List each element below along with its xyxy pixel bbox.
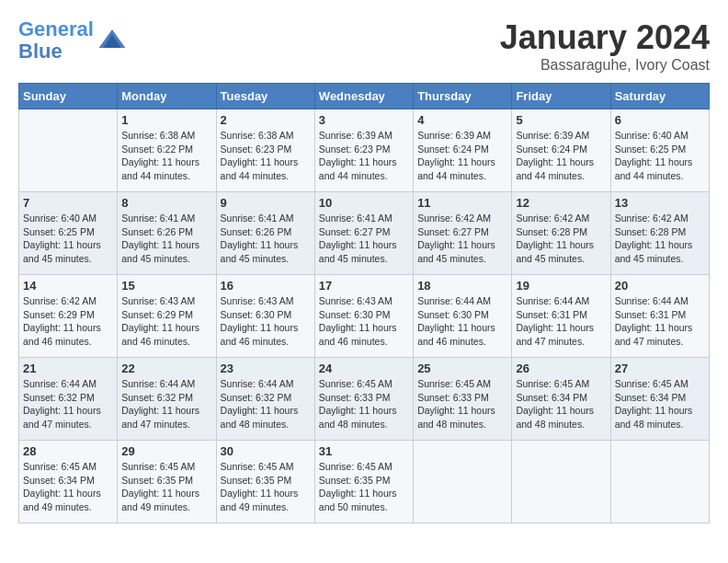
calendar-cell bbox=[414, 441, 512, 523]
calendar-cell: 10Sunrise: 6:41 AMSunset: 6:27 PMDayligh… bbox=[314, 192, 413, 275]
month-title: January 2024 bbox=[500, 18, 710, 57]
day-number: 7 bbox=[23, 196, 113, 210]
calendar-week-row: 7Sunrise: 6:40 AMSunset: 6:25 PMDaylight… bbox=[19, 192, 710, 275]
day-info: Sunrise: 6:45 AMSunset: 6:33 PMDaylight:… bbox=[417, 377, 507, 431]
day-info: Sunrise: 6:45 AMSunset: 6:35 PMDaylight:… bbox=[319, 460, 409, 514]
logo-icon bbox=[97, 26, 127, 55]
day-number: 6 bbox=[615, 113, 705, 127]
calendar-cell: 1Sunrise: 6:38 AMSunset: 6:22 PMDaylight… bbox=[118, 109, 216, 192]
calendar-cell: 21Sunrise: 6:44 AMSunset: 6:32 PMDayligh… bbox=[19, 358, 118, 441]
calendar-cell: 8Sunrise: 6:41 AMSunset: 6:26 PMDaylight… bbox=[118, 192, 216, 275]
calendar-cell: 2Sunrise: 6:38 AMSunset: 6:23 PMDaylight… bbox=[216, 109, 314, 192]
day-number: 5 bbox=[516, 113, 606, 127]
day-info: Sunrise: 6:41 AMSunset: 6:26 PMDaylight:… bbox=[221, 212, 311, 266]
day-info: Sunrise: 6:41 AMSunset: 6:26 PMDaylight:… bbox=[121, 212, 211, 266]
day-number: 24 bbox=[319, 362, 409, 375]
weekday-header: Friday bbox=[512, 84, 610, 109]
day-number: 3 bbox=[319, 113, 409, 127]
day-info: Sunrise: 6:44 AMSunset: 6:32 PMDaylight:… bbox=[221, 377, 311, 431]
weekday-header: Monday bbox=[118, 84, 216, 109]
calendar-cell: 27Sunrise: 6:45 AMSunset: 6:34 PMDayligh… bbox=[610, 358, 709, 441]
day-info: Sunrise: 6:45 AMSunset: 6:34 PMDaylight:… bbox=[516, 377, 606, 431]
day-info: Sunrise: 6:44 AMSunset: 6:31 PMDaylight:… bbox=[615, 294, 705, 349]
calendar-cell: 23Sunrise: 6:44 AMSunset: 6:32 PMDayligh… bbox=[216, 358, 314, 441]
day-number: 8 bbox=[121, 196, 211, 210]
weekday-row: SundayMondayTuesdayWednesdayThursdayFrid… bbox=[19, 84, 710, 109]
calendar-body: 1Sunrise: 6:38 AMSunset: 6:22 PMDaylight… bbox=[19, 109, 710, 523]
calendar-cell: 22Sunrise: 6:44 AMSunset: 6:32 PMDayligh… bbox=[118, 358, 216, 441]
calendar-cell: 15Sunrise: 6:43 AMSunset: 6:29 PMDayligh… bbox=[118, 275, 216, 358]
calendar-cell: 29Sunrise: 6:45 AMSunset: 6:35 PMDayligh… bbox=[118, 441, 216, 523]
day-info: Sunrise: 6:42 AMSunset: 6:29 PMDaylight:… bbox=[23, 294, 113, 349]
calendar-cell bbox=[19, 109, 118, 192]
day-info: Sunrise: 6:45 AMSunset: 6:35 PMDaylight:… bbox=[221, 460, 311, 514]
day-number: 25 bbox=[417, 362, 507, 375]
day-number: 22 bbox=[121, 362, 211, 375]
calendar-cell: 5Sunrise: 6:39 AMSunset: 6:24 PMDaylight… bbox=[512, 109, 610, 192]
day-number: 15 bbox=[121, 279, 211, 293]
day-number: 31 bbox=[319, 444, 409, 458]
calendar-cell: 13Sunrise: 6:42 AMSunset: 6:28 PMDayligh… bbox=[610, 192, 709, 275]
calendar-table: SundayMondayTuesdayWednesdayThursdayFrid… bbox=[18, 83, 710, 523]
day-info: Sunrise: 6:38 AMSunset: 6:23 PMDaylight:… bbox=[221, 129, 311, 183]
day-number: 4 bbox=[417, 113, 507, 127]
calendar-cell: 17Sunrise: 6:43 AMSunset: 6:30 PMDayligh… bbox=[314, 275, 413, 358]
calendar-cell: 31Sunrise: 6:45 AMSunset: 6:35 PMDayligh… bbox=[314, 441, 413, 523]
calendar-cell bbox=[610, 441, 709, 523]
weekday-header: Wednesday bbox=[314, 84, 413, 109]
day-info: Sunrise: 6:45 AMSunset: 6:33 PMDaylight:… bbox=[319, 377, 409, 431]
day-number: 9 bbox=[221, 196, 311, 210]
calendar-cell: 9Sunrise: 6:41 AMSunset: 6:26 PMDaylight… bbox=[216, 192, 314, 275]
weekday-header: Saturday bbox=[610, 84, 709, 109]
day-number: 27 bbox=[615, 362, 705, 375]
day-number: 19 bbox=[516, 279, 606, 293]
day-number: 16 bbox=[221, 279, 311, 293]
calendar-cell: 19Sunrise: 6:44 AMSunset: 6:31 PMDayligh… bbox=[512, 275, 610, 358]
day-info: Sunrise: 6:43 AMSunset: 6:29 PMDaylight:… bbox=[121, 294, 211, 349]
day-info: Sunrise: 6:45 AMSunset: 6:34 PMDaylight:… bbox=[23, 460, 113, 514]
logo: GeneralBlue bbox=[18, 18, 127, 63]
calendar-cell: 16Sunrise: 6:43 AMSunset: 6:30 PMDayligh… bbox=[216, 275, 314, 358]
day-number: 20 bbox=[615, 279, 705, 293]
calendar-cell: 30Sunrise: 6:45 AMSunset: 6:35 PMDayligh… bbox=[216, 441, 314, 523]
day-number: 2 bbox=[221, 113, 311, 127]
day-number: 30 bbox=[221, 444, 311, 458]
day-info: Sunrise: 6:42 AMSunset: 6:28 PMDaylight:… bbox=[516, 212, 606, 266]
calendar-cell: 18Sunrise: 6:44 AMSunset: 6:30 PMDayligh… bbox=[414, 275, 512, 358]
day-info: Sunrise: 6:44 AMSunset: 6:30 PMDaylight:… bbox=[417, 294, 507, 349]
day-info: Sunrise: 6:44 AMSunset: 6:32 PMDaylight:… bbox=[23, 377, 113, 431]
weekday-header: Sunday bbox=[19, 84, 118, 109]
calendar-cell: 7Sunrise: 6:40 AMSunset: 6:25 PMDaylight… bbox=[19, 192, 118, 275]
weekday-header: Tuesday bbox=[216, 84, 314, 109]
calendar-cell: 3Sunrise: 6:39 AMSunset: 6:23 PMDaylight… bbox=[314, 109, 413, 192]
calendar-cell: 14Sunrise: 6:42 AMSunset: 6:29 PMDayligh… bbox=[19, 275, 118, 358]
calendar-cell: 12Sunrise: 6:42 AMSunset: 6:28 PMDayligh… bbox=[512, 192, 610, 275]
calendar-cell: 6Sunrise: 6:40 AMSunset: 6:25 PMDaylight… bbox=[610, 109, 709, 192]
calendar-cell: 11Sunrise: 6:42 AMSunset: 6:27 PMDayligh… bbox=[414, 192, 512, 275]
calendar-cell: 4Sunrise: 6:39 AMSunset: 6:24 PMDaylight… bbox=[414, 109, 512, 192]
day-number: 17 bbox=[319, 279, 409, 293]
day-info: Sunrise: 6:39 AMSunset: 6:24 PMDaylight:… bbox=[516, 129, 606, 183]
day-number: 18 bbox=[417, 279, 507, 293]
day-info: Sunrise: 6:45 AMSunset: 6:34 PMDaylight:… bbox=[615, 377, 705, 431]
day-number: 1 bbox=[121, 113, 211, 127]
day-info: Sunrise: 6:39 AMSunset: 6:23 PMDaylight:… bbox=[319, 129, 409, 183]
day-number: 29 bbox=[121, 444, 211, 458]
day-number: 11 bbox=[417, 196, 507, 210]
day-number: 14 bbox=[23, 279, 113, 293]
calendar-cell: 25Sunrise: 6:45 AMSunset: 6:33 PMDayligh… bbox=[414, 358, 512, 441]
calendar-cell: 20Sunrise: 6:44 AMSunset: 6:31 PMDayligh… bbox=[610, 275, 709, 358]
day-info: Sunrise: 6:40 AMSunset: 6:25 PMDaylight:… bbox=[615, 129, 705, 183]
day-number: 12 bbox=[516, 196, 606, 210]
calendar-week-row: 1Sunrise: 6:38 AMSunset: 6:22 PMDaylight… bbox=[19, 109, 710, 192]
calendar-week-row: 28Sunrise: 6:45 AMSunset: 6:34 PMDayligh… bbox=[19, 441, 710, 523]
day-number: 13 bbox=[615, 196, 705, 210]
weekday-header: Thursday bbox=[414, 84, 512, 109]
day-number: 21 bbox=[23, 362, 113, 375]
day-number: 10 bbox=[319, 196, 409, 210]
calendar-week-row: 14Sunrise: 6:42 AMSunset: 6:29 PMDayligh… bbox=[19, 275, 710, 358]
calendar-cell bbox=[512, 441, 610, 523]
calendar-week-row: 21Sunrise: 6:44 AMSunset: 6:32 PMDayligh… bbox=[19, 358, 710, 441]
day-number: 28 bbox=[23, 444, 113, 458]
day-info: Sunrise: 6:43 AMSunset: 6:30 PMDaylight:… bbox=[319, 294, 409, 349]
